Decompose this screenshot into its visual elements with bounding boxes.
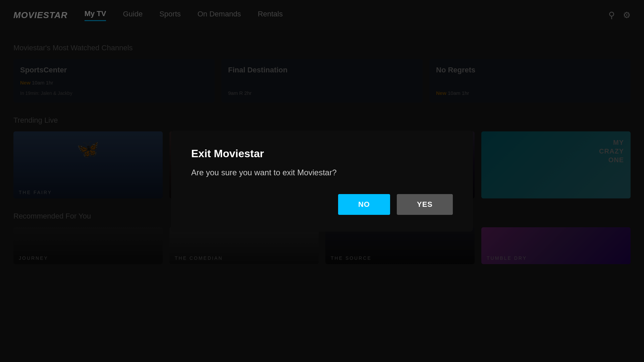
no-button[interactable]: NO: [338, 194, 390, 215]
exit-modal: Exit Moviestar Are you sure you want to …: [171, 131, 473, 232]
modal-message: Are you sure you want to exit Moviestar?: [191, 168, 453, 177]
yes-button[interactable]: YES: [397, 194, 453, 215]
modal-buttons: NO YES: [191, 194, 453, 215]
modal-overlay: Exit Moviestar Are you sure you want to …: [0, 0, 644, 362]
modal-title: Exit Moviestar: [191, 147, 453, 160]
